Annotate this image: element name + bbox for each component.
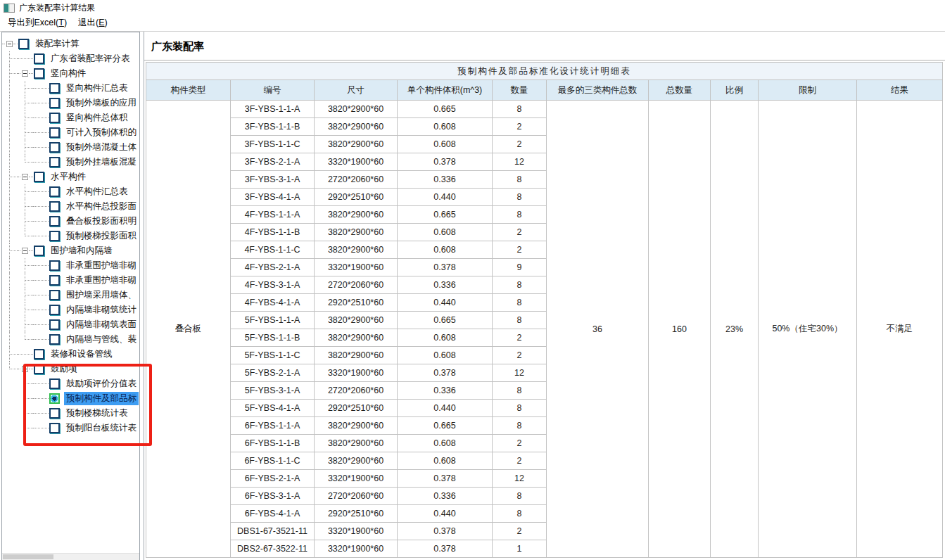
tree-checkbox[interactable]	[49, 319, 60, 330]
tree-checkbox[interactable]	[34, 53, 44, 64]
tree-checkbox[interactable]	[49, 142, 60, 153]
tree-connector	[33, 258, 49, 273]
tree-checkbox[interactable]	[34, 172, 44, 182]
tree-checkbox[interactable]	[49, 334, 60, 345]
tree-checkbox[interactable]	[49, 113, 60, 123]
tree-connector	[2, 214, 18, 229]
tree-checkbox[interactable]	[49, 186, 60, 197]
tree-connector	[33, 199, 49, 214]
tree-connector	[33, 332, 49, 347]
tree-expander-icon[interactable]	[2, 37, 18, 51]
tree-item[interactable]: 预制楼梯统计表	[2, 406, 139, 421]
tree-checkbox[interactable]	[49, 378, 60, 389]
code-cell: 6F-YBS-1-1-A	[231, 417, 315, 435]
tree-checkbox[interactable]	[49, 231, 60, 241]
tree-checkbox[interactable]	[49, 83, 60, 94]
tree-item[interactable]: 预制楼梯投影面积	[2, 229, 139, 243]
tree-item[interactable]: 预制外墙混凝土体	[2, 140, 139, 155]
tree-checkbox[interactable]	[49, 216, 60, 227]
menu-item-export-excel[interactable]: 导出到Excel(T)	[2, 15, 72, 31]
tree-item[interactable]: 非承重围护墙非砌	[2, 258, 139, 273]
code-cell: 4F-YBS-1-1-A	[231, 206, 315, 224]
code-cell: 4F-YBS-1-1-C	[231, 241, 315, 259]
size-cell: 3820*2900*60	[315, 329, 398, 347]
tree-item[interactable]: 预制阳台板统计表	[2, 421, 139, 435]
tree-checkbox[interactable]	[34, 246, 44, 256]
quantity-cell: 2	[493, 224, 547, 241]
tree-checkbox[interactable]	[18, 39, 29, 49]
tree-checkbox[interactable]	[49, 305, 60, 315]
tree-item[interactable]: 非承重围护墙非砌	[2, 273, 139, 288]
tree-item[interactable]: 广东省装配率评分表	[2, 51, 139, 66]
size-cell: 3820*2900*60	[315, 435, 398, 452]
tree-item[interactable]: 鼓励项	[2, 362, 139, 376]
tree-item[interactable]: 水平构件总投影面	[2, 199, 139, 214]
tree-connector	[33, 81, 49, 96]
tree-item[interactable]: 可计入预制体积的	[2, 125, 139, 140]
quantity-cell: 9	[493, 259, 547, 276]
tree-connector	[2, 421, 18, 435]
scrollbar-thumb[interactable]	[3, 554, 53, 559]
tree-item[interactable]: 竖向构件总体积	[2, 110, 139, 125]
size-cell: 3320*1900*60	[315, 364, 398, 382]
tree-checkbox[interactable]	[49, 423, 60, 433]
menu-bar: 导出到Excel(T)退出(E)	[0, 15, 945, 32]
tree-checkbox[interactable]	[49, 201, 60, 212]
main-panel: 广东装配率 预制构件及部品标准化设计统计明细表构件类型编号尺寸单个构件体积(m^…	[144, 32, 945, 560]
tree-item[interactable]: 预制外墙板的应用	[2, 96, 139, 110]
tree-item[interactable]: 叠合板投影面积明	[2, 214, 139, 229]
tree-checkbox-selected[interactable]	[49, 393, 60, 404]
menu-item-exit[interactable]: 退出(E)	[72, 15, 113, 31]
quantity-cell: 2	[493, 118, 547, 136]
tree-item-selected[interactable]: 预制构件及部品标	[2, 391, 139, 406]
tree-item[interactable]: 装配率计算	[2, 37, 139, 51]
tree-item[interactable]: 鼓励项评价分值表	[2, 376, 139, 391]
tree-item-label: 围护墙和内隔墙	[49, 244, 115, 257]
code-cell: 5F-YBS-2-1-A	[231, 364, 315, 382]
component-type-cell: 叠合板	[146, 101, 231, 558]
tree-connector	[33, 140, 49, 155]
tree-item-label: 水平构件汇总表	[64, 185, 130, 198]
tree-item[interactable]: 竖向构件汇总表	[2, 81, 139, 96]
volume-cell: 0.440	[398, 294, 493, 312]
tree-checkbox[interactable]	[49, 260, 60, 271]
tree-expander-icon[interactable]	[18, 66, 33, 81]
volume-cell: 0.608	[398, 118, 493, 136]
tree-connector	[2, 347, 18, 362]
volume-cell: 0.336	[398, 276, 493, 294]
tree-connector	[33, 214, 49, 229]
tree-item-label: 预制外墙板的应用	[64, 96, 139, 110]
volume-cell: 0.608	[398, 136, 493, 153]
tree-checkbox[interactable]	[34, 349, 44, 359]
tree-checkbox[interactable]	[49, 408, 60, 419]
tree-connector	[2, 332, 18, 347]
tree-checkbox[interactable]	[49, 275, 60, 286]
tree-checkbox[interactable]	[49, 290, 60, 300]
tree-checkbox[interactable]	[49, 98, 60, 108]
tree-item[interactable]: 竖向构件	[2, 66, 139, 81]
tree-checkbox[interactable]	[34, 364, 44, 374]
tree-item[interactable]: 围护墙采用墙体、	[2, 288, 139, 303]
tree-item[interactable]: 水平构件	[2, 170, 139, 184]
tree-expander-icon[interactable]	[18, 362, 33, 376]
tree-horizontal-scrollbar[interactable]	[2, 553, 139, 560]
tree-item[interactable]: 内隔墙非砌筑表面	[2, 317, 139, 332]
quantity-cell: 2	[493, 435, 547, 452]
tree-checkbox[interactable]	[49, 127, 60, 138]
quantity-cell: 8	[493, 171, 547, 189]
tree-item[interactable]: 装修和设备管线	[2, 347, 139, 362]
tree-item[interactable]: 预制外挂墙板混凝	[2, 155, 139, 170]
tree-checkbox[interactable]	[49, 157, 60, 167]
quantity-cell: 2	[493, 347, 547, 364]
tree-checkbox[interactable]	[34, 68, 44, 79]
tree-item[interactable]: 水平构件汇总表	[2, 184, 139, 199]
tree-item[interactable]: 围护墙和内隔墙	[2, 243, 139, 258]
tree-item[interactable]: 内隔墙与管线、装	[2, 332, 139, 347]
table-title: 预制构件及部品标准化设计统计明细表	[146, 63, 943, 80]
tree-item[interactable]: 内隔墙非砌筑统计	[2, 303, 139, 317]
tree-expander-icon[interactable]	[18, 243, 33, 258]
tree-connector	[18, 214, 33, 229]
tree-expander-icon[interactable]	[18, 170, 33, 184]
tree-connector	[33, 421, 49, 435]
tree-connector	[33, 376, 49, 391]
